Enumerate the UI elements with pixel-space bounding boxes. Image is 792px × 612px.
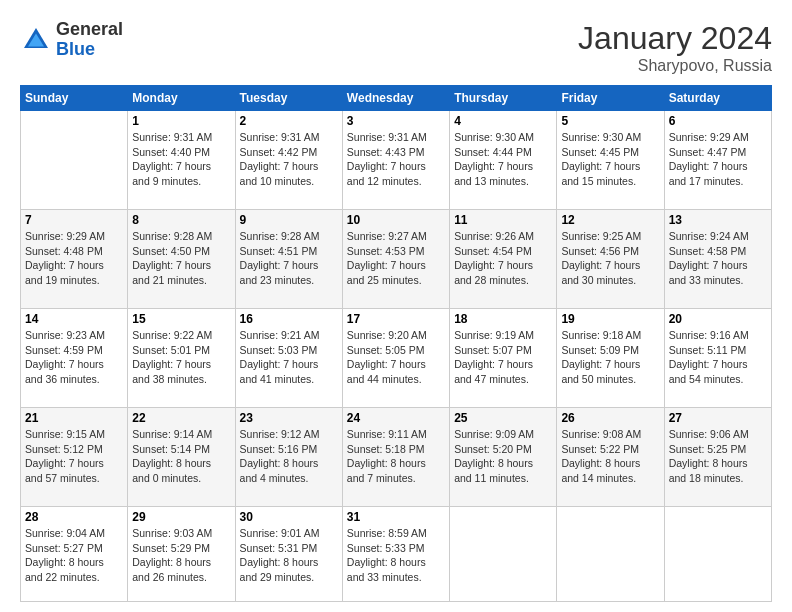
calendar-cell: 12Sunrise: 9:25 AM Sunset: 4:56 PM Dayli… xyxy=(557,209,664,308)
calendar-cell xyxy=(450,506,557,601)
calendar-cell: 20Sunrise: 9:16 AM Sunset: 5:11 PM Dayli… xyxy=(664,308,771,407)
day-number: 5 xyxy=(561,114,659,128)
calendar-cell: 10Sunrise: 9:27 AM Sunset: 4:53 PM Dayli… xyxy=(342,209,449,308)
day-info: Sunrise: 9:28 AM Sunset: 4:51 PM Dayligh… xyxy=(240,229,338,288)
calendar-cell: 1Sunrise: 9:31 AM Sunset: 4:40 PM Daylig… xyxy=(128,111,235,210)
page: General Blue January 2024 Sharypovo, Rus… xyxy=(0,0,792,612)
calendar-cell: 30Sunrise: 9:01 AM Sunset: 5:31 PM Dayli… xyxy=(235,506,342,601)
day-number: 31 xyxy=(347,510,445,524)
day-info: Sunrise: 9:29 AM Sunset: 4:48 PM Dayligh… xyxy=(25,229,123,288)
calendar-cell: 28Sunrise: 9:04 AM Sunset: 5:27 PM Dayli… xyxy=(21,506,128,601)
logo-blue: Blue xyxy=(56,40,123,60)
day-number: 14 xyxy=(25,312,123,326)
calendar-day-header: Monday xyxy=(128,86,235,111)
day-number: 9 xyxy=(240,213,338,227)
day-number: 25 xyxy=(454,411,552,425)
day-number: 3 xyxy=(347,114,445,128)
calendar-cell: 11Sunrise: 9:26 AM Sunset: 4:54 PM Dayli… xyxy=(450,209,557,308)
day-number: 20 xyxy=(669,312,767,326)
day-info: Sunrise: 8:59 AM Sunset: 5:33 PM Dayligh… xyxy=(347,526,445,585)
day-info: Sunrise: 9:19 AM Sunset: 5:07 PM Dayligh… xyxy=(454,328,552,387)
day-number: 13 xyxy=(669,213,767,227)
calendar-cell: 18Sunrise: 9:19 AM Sunset: 5:07 PM Dayli… xyxy=(450,308,557,407)
day-number: 17 xyxy=(347,312,445,326)
location-title: Sharypovo, Russia xyxy=(578,57,772,75)
day-number: 10 xyxy=(347,213,445,227)
calendar-cell xyxy=(557,506,664,601)
day-number: 19 xyxy=(561,312,659,326)
calendar-cell: 31Sunrise: 8:59 AM Sunset: 5:33 PM Dayli… xyxy=(342,506,449,601)
day-number: 11 xyxy=(454,213,552,227)
calendar-cell xyxy=(21,111,128,210)
day-number: 4 xyxy=(454,114,552,128)
calendar-cell: 15Sunrise: 9:22 AM Sunset: 5:01 PM Dayli… xyxy=(128,308,235,407)
day-number: 29 xyxy=(132,510,230,524)
day-number: 21 xyxy=(25,411,123,425)
day-info: Sunrise: 9:18 AM Sunset: 5:09 PM Dayligh… xyxy=(561,328,659,387)
title-area: January 2024 Sharypovo, Russia xyxy=(578,20,772,75)
calendar-cell: 13Sunrise: 9:24 AM Sunset: 4:58 PM Dayli… xyxy=(664,209,771,308)
day-info: Sunrise: 9:12 AM Sunset: 5:16 PM Dayligh… xyxy=(240,427,338,486)
day-number: 12 xyxy=(561,213,659,227)
logo: General Blue xyxy=(20,20,123,60)
calendar-cell: 16Sunrise: 9:21 AM Sunset: 5:03 PM Dayli… xyxy=(235,308,342,407)
day-info: Sunrise: 9:22 AM Sunset: 5:01 PM Dayligh… xyxy=(132,328,230,387)
day-info: Sunrise: 9:26 AM Sunset: 4:54 PM Dayligh… xyxy=(454,229,552,288)
calendar-cell: 26Sunrise: 9:08 AM Sunset: 5:22 PM Dayli… xyxy=(557,407,664,506)
day-info: Sunrise: 9:03 AM Sunset: 5:29 PM Dayligh… xyxy=(132,526,230,585)
calendar-table: SundayMondayTuesdayWednesdayThursdayFrid… xyxy=(20,85,772,602)
day-number: 22 xyxy=(132,411,230,425)
day-info: Sunrise: 9:28 AM Sunset: 4:50 PM Dayligh… xyxy=(132,229,230,288)
day-info: Sunrise: 9:06 AM Sunset: 5:25 PM Dayligh… xyxy=(669,427,767,486)
day-info: Sunrise: 9:30 AM Sunset: 4:45 PM Dayligh… xyxy=(561,130,659,189)
day-info: Sunrise: 9:23 AM Sunset: 4:59 PM Dayligh… xyxy=(25,328,123,387)
day-info: Sunrise: 9:11 AM Sunset: 5:18 PM Dayligh… xyxy=(347,427,445,486)
day-info: Sunrise: 9:16 AM Sunset: 5:11 PM Dayligh… xyxy=(669,328,767,387)
day-number: 26 xyxy=(561,411,659,425)
day-info: Sunrise: 9:25 AM Sunset: 4:56 PM Dayligh… xyxy=(561,229,659,288)
calendar-header-row: SundayMondayTuesdayWednesdayThursdayFrid… xyxy=(21,86,772,111)
day-info: Sunrise: 9:09 AM Sunset: 5:20 PM Dayligh… xyxy=(454,427,552,486)
day-info: Sunrise: 9:04 AM Sunset: 5:27 PM Dayligh… xyxy=(25,526,123,585)
day-info: Sunrise: 9:31 AM Sunset: 4:42 PM Dayligh… xyxy=(240,130,338,189)
day-number: 18 xyxy=(454,312,552,326)
calendar-cell: 21Sunrise: 9:15 AM Sunset: 5:12 PM Dayli… xyxy=(21,407,128,506)
calendar-cell: 5Sunrise: 9:30 AM Sunset: 4:45 PM Daylig… xyxy=(557,111,664,210)
calendar-cell: 27Sunrise: 9:06 AM Sunset: 5:25 PM Dayli… xyxy=(664,407,771,506)
day-number: 6 xyxy=(669,114,767,128)
day-info: Sunrise: 9:31 AM Sunset: 4:43 PM Dayligh… xyxy=(347,130,445,189)
calendar-cell: 4Sunrise: 9:30 AM Sunset: 4:44 PM Daylig… xyxy=(450,111,557,210)
calendar-day-header: Sunday xyxy=(21,86,128,111)
calendar-day-header: Friday xyxy=(557,86,664,111)
day-info: Sunrise: 9:01 AM Sunset: 5:31 PM Dayligh… xyxy=(240,526,338,585)
calendar-cell: 8Sunrise: 9:28 AM Sunset: 4:50 PM Daylig… xyxy=(128,209,235,308)
calendar-cell: 2Sunrise: 9:31 AM Sunset: 4:42 PM Daylig… xyxy=(235,111,342,210)
day-number: 23 xyxy=(240,411,338,425)
calendar-cell: 6Sunrise: 9:29 AM Sunset: 4:47 PM Daylig… xyxy=(664,111,771,210)
calendar-day-header: Tuesday xyxy=(235,86,342,111)
calendar-cell: 3Sunrise: 9:31 AM Sunset: 4:43 PM Daylig… xyxy=(342,111,449,210)
day-number: 8 xyxy=(132,213,230,227)
day-info: Sunrise: 9:31 AM Sunset: 4:40 PM Dayligh… xyxy=(132,130,230,189)
day-number: 7 xyxy=(25,213,123,227)
logo-icon xyxy=(20,24,52,56)
day-number: 1 xyxy=(132,114,230,128)
month-title: January 2024 xyxy=(578,20,772,57)
calendar-cell: 7Sunrise: 9:29 AM Sunset: 4:48 PM Daylig… xyxy=(21,209,128,308)
day-info: Sunrise: 9:14 AM Sunset: 5:14 PM Dayligh… xyxy=(132,427,230,486)
calendar-day-header: Thursday xyxy=(450,86,557,111)
calendar-cell xyxy=(664,506,771,601)
day-number: 30 xyxy=(240,510,338,524)
calendar-day-header: Saturday xyxy=(664,86,771,111)
calendar-cell: 24Sunrise: 9:11 AM Sunset: 5:18 PM Dayli… xyxy=(342,407,449,506)
calendar-cell: 9Sunrise: 9:28 AM Sunset: 4:51 PM Daylig… xyxy=(235,209,342,308)
day-info: Sunrise: 9:24 AM Sunset: 4:58 PM Dayligh… xyxy=(669,229,767,288)
calendar-day-header: Wednesday xyxy=(342,86,449,111)
day-info: Sunrise: 9:08 AM Sunset: 5:22 PM Dayligh… xyxy=(561,427,659,486)
day-info: Sunrise: 9:20 AM Sunset: 5:05 PM Dayligh… xyxy=(347,328,445,387)
day-number: 2 xyxy=(240,114,338,128)
day-info: Sunrise: 9:27 AM Sunset: 4:53 PM Dayligh… xyxy=(347,229,445,288)
day-number: 24 xyxy=(347,411,445,425)
calendar-cell: 17Sunrise: 9:20 AM Sunset: 5:05 PM Dayli… xyxy=(342,308,449,407)
calendar-cell: 14Sunrise: 9:23 AM Sunset: 4:59 PM Dayli… xyxy=(21,308,128,407)
